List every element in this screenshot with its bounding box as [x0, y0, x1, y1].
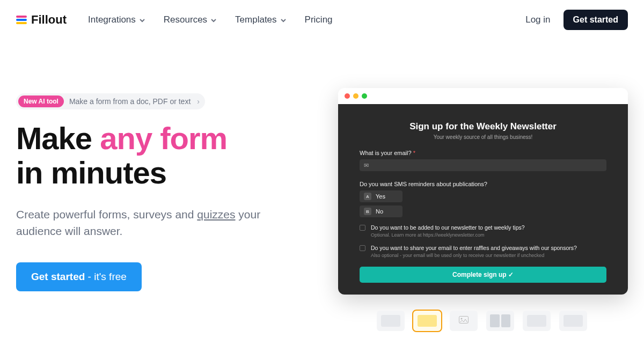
get-started-hero-button[interactable]: Get started - it's free [16, 262, 142, 291]
chevron-down-icon [280, 17, 286, 23]
nav-pricing-label: Pricing [305, 14, 333, 25]
nav-integrations-label: Integrations [88, 14, 136, 25]
chevron-down-icon [210, 17, 216, 23]
hero-subhead: Create powerful forms, surveys and quizz… [16, 206, 274, 240]
checkbox-icon [360, 225, 365, 231]
sms-label: Do you want SMS reminders about publicat… [360, 181, 606, 187]
nav-templates-label: Templates [235, 14, 276, 25]
get-started-header-button[interactable]: Get started [564, 10, 628, 30]
hero-content: New AI tool Make a form from a doc, PDF … [16, 93, 317, 291]
checkbox-newsletter-label: Do you want to be added to our newslette… [371, 224, 525, 231]
chevron-down-icon [139, 17, 144, 23]
logo-mark-icon [16, 16, 27, 24]
header-actions: Log in Get started [525, 10, 628, 30]
hero-section: New AI tool Make a form from a doc, PDF … [0, 40, 644, 291]
chevron-right-icon: › [197, 97, 200, 106]
nav-integrations[interactable]: Integrations [88, 14, 144, 25]
checkbox-newsletter[interactable]: Do you want to be added to our newslette… [360, 224, 606, 238]
form-subtitle: Your weekly source of all things busines… [360, 134, 606, 140]
checkbox-sponsors-sub: Also optional - your email will be used … [371, 253, 577, 258]
email-field[interactable]: ✉ [360, 159, 606, 171]
email-label: What is your email? * [360, 150, 606, 156]
quizzes-link[interactable]: quizzes [197, 208, 235, 221]
pill-text: Make a form from a doc, PDF or text [69, 97, 191, 106]
headline-post: in minutes [16, 155, 166, 190]
hero-preview: Sign up for the Weekly Newsletter Your w… [338, 93, 628, 291]
radio-yes[interactable]: A Yes [360, 190, 402, 202]
preview-form: Sign up for the Weekly Newsletter Your w… [338, 104, 628, 295]
logo[interactable]: Fillout [16, 13, 67, 27]
traffic-light-close-icon [345, 93, 350, 99]
checkbox-icon [360, 245, 365, 251]
thumb-6[interactable] [559, 311, 587, 331]
pill-badge: New AI tool [18, 95, 64, 107]
cta-bold: Get started [31, 271, 85, 282]
headline-accent: any form [100, 121, 227, 156]
preview-window: Sign up for the Weekly Newsletter Your w… [338, 88, 628, 295]
thumb-3[interactable] [450, 311, 478, 331]
site-header: Fillout Integrations Resources Templates… [0, 0, 644, 40]
cta-rest: - it's free [85, 271, 127, 282]
traffic-light-zoom-icon [362, 93, 367, 99]
radio-key-b: B [364, 208, 371, 215]
thumb-4[interactable] [486, 311, 514, 331]
login-link[interactable]: Log in [525, 14, 550, 25]
envelope-icon: ✉ [364, 162, 369, 169]
image-icon [459, 316, 469, 326]
checkbox-sponsors-label: Do you want to share your email to enter… [371, 244, 577, 252]
thumb-5[interactable] [523, 311, 551, 331]
template-thumbnails [377, 311, 587, 331]
hero-headline: Make any form in minutes [16, 121, 317, 190]
headline-pre: Make [16, 121, 100, 156]
radio-key-a: A [364, 193, 371, 200]
radio-yes-label: Yes [376, 193, 385, 200]
radio-no-label: No [376, 208, 383, 215]
required-asterisk: * [413, 150, 415, 156]
form-title: Sign up for the Weekly Newsletter [360, 121, 606, 132]
email-label-text: What is your email? [360, 150, 412, 156]
main-nav: Integrations Resources Templates Pricing [88, 14, 333, 25]
subhead-text-a: Create powerful forms, surveys and [16, 208, 197, 221]
window-titlebar [338, 88, 628, 104]
checkbox-newsletter-sub: Optional. Learn more at https://weeklyne… [371, 232, 525, 238]
radio-no[interactable]: B No [360, 205, 402, 217]
traffic-light-minimize-icon [353, 93, 358, 99]
checkbox-sponsors[interactable]: Do you want to share your email to enter… [360, 244, 606, 258]
thumb-1[interactable] [377, 311, 405, 331]
thumb-2[interactable] [413, 311, 441, 331]
nav-resources-label: Resources [164, 14, 207, 25]
nav-pricing[interactable]: Pricing [305, 14, 333, 25]
brand-name: Fillout [31, 13, 67, 27]
nav-templates[interactable]: Templates [235, 14, 285, 25]
announcement-pill[interactable]: New AI tool Make a form from a doc, PDF … [16, 93, 205, 109]
nav-resources[interactable]: Resources [164, 14, 216, 25]
form-submit-button[interactable]: Complete sign up ✓ [360, 267, 606, 283]
svg-point-1 [461, 318, 463, 320]
